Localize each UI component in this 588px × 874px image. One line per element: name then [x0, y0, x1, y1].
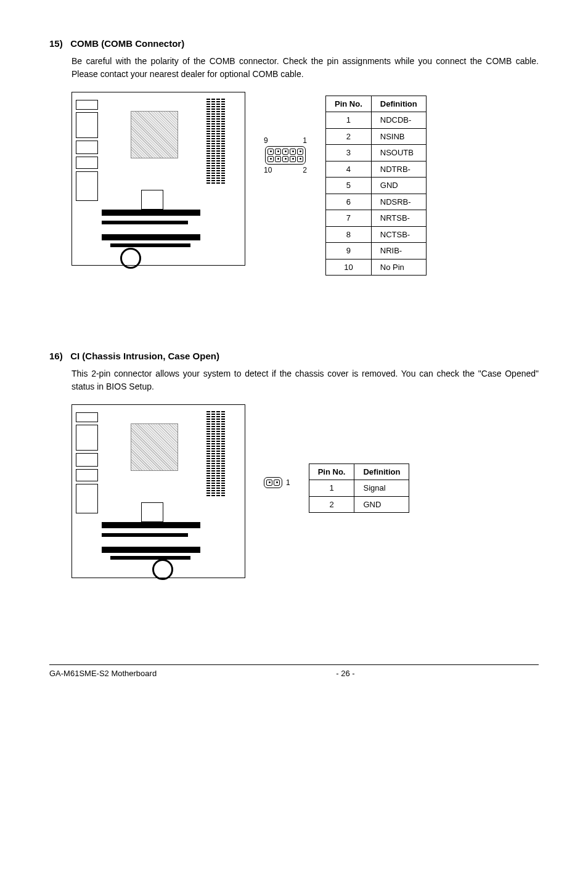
table-cell: NDTRB-: [371, 161, 426, 178]
cpu-socket: [131, 423, 178, 471]
section-15-title: 15) COMB (COMB Connector): [49, 37, 539, 51]
cpu-socket: [131, 111, 178, 158]
pin-label: 1: [303, 135, 307, 146]
table-cell: 6: [326, 194, 372, 210]
pin-labels-bot: 10 2: [263, 165, 308, 176]
table-header: Pin No.: [326, 96, 372, 112]
motherboard-diagram: [71, 92, 245, 266]
table-cell: 4: [326, 161, 372, 178]
ci-pin-table: Pin No. Definition 1Signal 2GND: [309, 464, 410, 513]
expansion-slot: [102, 221, 188, 224]
table-cell: 8: [326, 226, 372, 243]
comb-pin-table: Pin No. Definition 1NDCDB- 2NSINB 3NSOUT…: [325, 96, 427, 276]
table-cell: NRTSB-: [371, 210, 426, 227]
table-cell: GND: [354, 496, 409, 513]
table-cell: 1: [309, 480, 354, 497]
southbridge: [141, 502, 163, 522]
pin-labels-top: 9 1: [263, 135, 308, 146]
table-cell: 10: [326, 259, 372, 276]
expansion-slot: [110, 556, 190, 560]
table-cell: NCTSB-: [371, 226, 426, 243]
connector-indicator: [152, 559, 173, 580]
footer-left: GA-M61SME-S2 Motherboard: [49, 668, 157, 680]
table-header: Pin No.: [309, 464, 354, 480]
table-cell: NDCDB-: [371, 112, 426, 129]
expansion-slot: [102, 547, 200, 553]
table-cell: No Pin: [371, 259, 426, 276]
io-panel: [76, 412, 98, 517]
section-16-row: 1 Pin No. Definition 1Signal 2GND: [71, 404, 539, 578]
expansion-slot: [102, 210, 200, 216]
southbridge: [141, 190, 163, 210]
table-cell: 7: [326, 210, 372, 227]
page-footer: GA-M61SME-S2 Motherboard - 26 - ..: [49, 664, 539, 680]
section-15-row: 9 1 10 2 Pin No. Definition 1NDCDB- 2NSI…: [71, 92, 539, 276]
table-cell: 5: [326, 178, 372, 194]
table-cell: 9: [326, 243, 372, 259]
pin-label: 2: [303, 165, 307, 176]
pin-label: 10: [264, 165, 272, 176]
table-cell: 2: [326, 128, 372, 145]
expansion-slot: [110, 243, 190, 247]
table-cell: 2: [309, 496, 354, 513]
section-heading: CI (Chassis Intrusion, Case Open): [70, 351, 219, 361]
ci-pin-diagram: 1: [264, 477, 290, 488]
expansion-slot: [102, 522, 200, 528]
pin-label: 1: [286, 477, 290, 488]
motherboard-diagram: [71, 404, 245, 578]
pin-label: 9: [264, 135, 268, 146]
table-cell: NDSRB-: [371, 194, 426, 210]
io-panel: [76, 100, 98, 205]
page-number: - 26 -: [157, 668, 534, 680]
dimm-slots: [206, 411, 231, 497]
section-number: 15): [49, 37, 68, 51]
table-cell: 3: [326, 145, 372, 161]
section-16-body: This 2-pin connector allows your system …: [71, 367, 539, 393]
section-16-title: 16) CI (Chassis Intrusion, Case Open): [49, 349, 539, 364]
table-cell: 1: [326, 112, 372, 129]
section-heading: COMB (COMB Connector): [70, 38, 184, 49]
table-header: Definition: [354, 464, 409, 480]
section-number: 16): [49, 349, 68, 364]
connector-indicator: [120, 248, 141, 269]
table-cell: Signal: [354, 480, 409, 497]
comb-pin-diagram: 9 1 10 2: [264, 135, 307, 176]
expansion-slot: [102, 533, 188, 537]
table-cell: NSINB: [371, 128, 426, 145]
dimm-slots: [206, 99, 231, 185]
table-cell: GND: [371, 178, 426, 194]
section-15-body: Be careful with the polarity of the COMB…: [71, 55, 539, 81]
table-cell: NSOUTB: [371, 145, 426, 161]
table-cell: NRIB-: [371, 243, 426, 259]
table-header: Definition: [371, 96, 426, 112]
expansion-slot: [102, 234, 200, 240]
